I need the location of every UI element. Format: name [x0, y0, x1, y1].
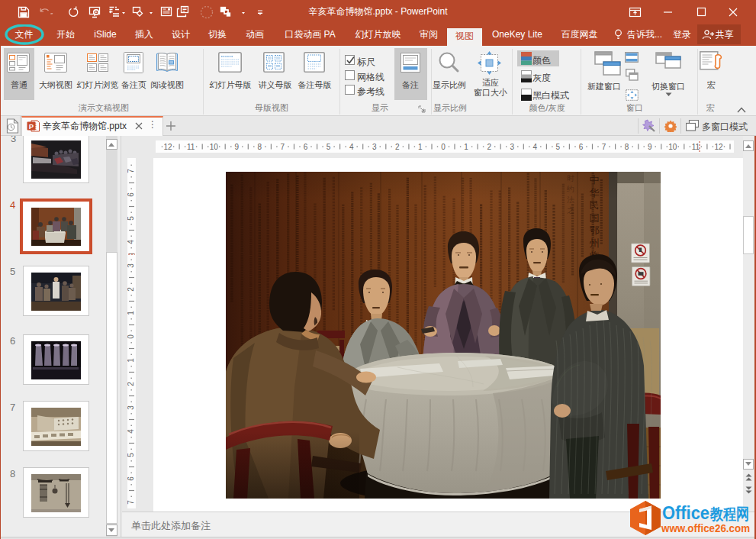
svg-text:教程网: 教程网	[709, 505, 749, 522]
svg-text:9: 9	[648, 143, 652, 151]
svg-text:3: 3	[127, 405, 135, 410]
svg-text:8: 8	[258, 143, 262, 151]
svg-text:6: 6	[579, 143, 584, 151]
svg-text:7: 7	[127, 500, 135, 505]
svg-text:11: 11	[692, 143, 700, 151]
svg-text:1: 1	[418, 143, 423, 151]
svg-text:10: 10	[210, 143, 219, 151]
svg-text:6: 6	[127, 476, 135, 481]
svg-text:2: 2	[127, 382, 135, 386]
svg-text:9: 9	[235, 143, 240, 151]
svg-text:12: 12	[163, 143, 172, 151]
svg-text:3: 3	[372, 143, 377, 151]
svg-text:5: 5	[127, 216, 135, 221]
svg-text:Office: Office	[662, 503, 709, 523]
svg-text:7: 7	[602, 143, 606, 151]
svg-text:www.office26.com: www.office26.com	[661, 522, 750, 534]
svg-text:1: 1	[464, 143, 468, 151]
svg-text:7: 7	[127, 169, 135, 173]
svg-text:2: 2	[127, 287, 135, 292]
svg-text:4: 4	[127, 429, 135, 434]
svg-text:3: 3	[127, 263, 135, 268]
svg-text:4: 4	[533, 143, 538, 151]
svg-text:8: 8	[625, 143, 629, 151]
svg-text:2: 2	[487, 143, 491, 151]
svg-text:P: P	[29, 122, 34, 131]
svg-text:7: 7	[281, 143, 285, 151]
svg-text:5: 5	[327, 143, 331, 151]
svg-text:10: 10	[668, 143, 677, 151]
svg-text:5: 5	[556, 143, 561, 151]
svg-text:0: 0	[441, 143, 446, 151]
svg-text:2: 2	[395, 143, 400, 151]
svg-text:4: 4	[349, 143, 354, 151]
svg-text:6: 6	[127, 192, 135, 197]
svg-text:1: 1	[127, 358, 135, 363]
svg-text:6: 6	[304, 143, 308, 151]
svg-text:5: 5	[127, 453, 135, 457]
svg-text:0: 0	[127, 334, 135, 339]
svg-text:3: 3	[510, 143, 514, 151]
svg-text:12: 12	[714, 143, 723, 151]
svg-text:11: 11	[187, 143, 195, 151]
svg-text:1: 1	[127, 311, 135, 315]
svg-text:4: 4	[127, 240, 135, 244]
